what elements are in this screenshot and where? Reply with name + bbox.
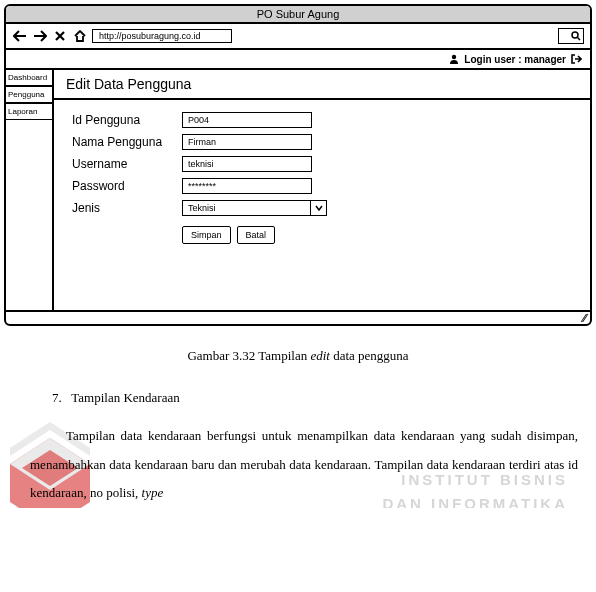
select-jenis[interactable]: Teknisi [182,200,327,216]
save-button[interactable]: Simpan [182,226,231,244]
label-password: Password [72,179,182,193]
sidebar-item-dashboard[interactable]: Dashboard [6,70,52,86]
label-id: Id Pengguna [72,113,182,127]
url-input[interactable]: http://posuburagung.co.id [92,29,232,43]
window-title: PO Subur Agung [6,6,590,24]
search-icon [571,31,581,41]
close-icon[interactable] [52,28,68,44]
status-bar: ⁄⁄ [6,310,590,324]
sidebar-item-pengguna[interactable]: Pengguna [6,86,52,103]
sidebar: Dashboard Pengguna Laporan [6,70,54,310]
figure-caption: Gambar 3.32 Tampilan edit data pengguna [0,348,596,364]
browser-mockup: PO Subur Agung http://posuburagung.co.id… [4,4,592,326]
input-id[interactable]: P004 [182,112,312,128]
panel-title: Edit Data Pengguna [54,70,590,100]
back-icon[interactable] [12,28,28,44]
logout-icon[interactable] [570,53,582,65]
home-icon[interactable] [72,28,88,44]
forward-icon[interactable] [32,28,48,44]
label-jenis: Jenis [72,201,182,215]
browser-toolbar: http://posuburagung.co.id [6,24,590,50]
input-username[interactable]: teknisi [182,156,312,172]
login-user-label: Login user : manager [464,54,566,65]
content-panel: Edit Data Pengguna Id Pengguna P004 Nama… [54,70,590,310]
section-heading: 7. Tampilan Kendaraan [52,390,596,406]
user-bar: Login user : manager [6,50,590,70]
select-jenis-value: Teknisi [182,200,311,216]
resize-grip-icon[interactable]: ⁄⁄ [583,313,586,324]
search-box[interactable] [558,28,584,44]
svg-line-5 [578,38,581,41]
body-paragraph: Tampilan data kendaraan berfungsi untuk … [30,422,578,508]
label-nama: Nama Pengguna [72,135,182,149]
input-password[interactable]: ******** [182,178,312,194]
sidebar-item-laporan[interactable]: Laporan [6,103,52,120]
svg-point-6 [452,55,456,59]
edit-form: Id Pengguna P004 Nama Pengguna Firman Us… [54,100,590,256]
cancel-button[interactable]: Batal [237,226,276,244]
input-nama[interactable]: Firman [182,134,312,150]
user-icon [448,53,460,65]
svg-point-4 [572,32,578,38]
chevron-down-icon[interactable] [311,200,327,216]
label-username: Username [72,157,182,171]
